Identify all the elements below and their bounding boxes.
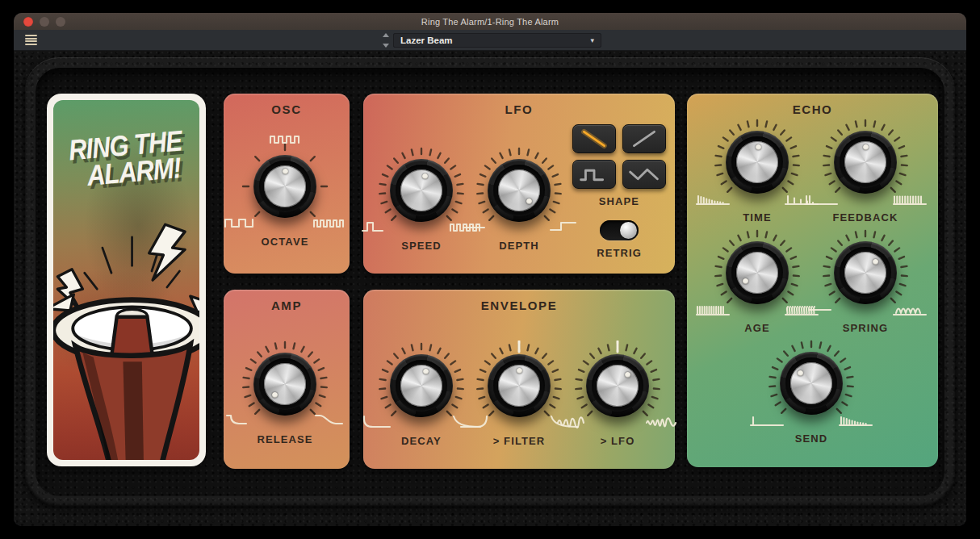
knob-age[interactable]: AGE [697, 228, 818, 336]
preset-stepper [382, 33, 390, 48]
close-button[interactable] [23, 17, 33, 27]
panel-title-osc: OSC [224, 94, 350, 116]
shape-button-triangle[interactable] [622, 160, 666, 189]
comb-icon [695, 300, 731, 316]
knob-cap [498, 169, 540, 211]
pulse-one-icon [359, 218, 395, 234]
knob-label: DEPTH [459, 240, 580, 252]
line-flat-icon [803, 300, 839, 316]
knob-indicator [873, 259, 878, 265]
artwork-card: RING THE ALARM! [47, 94, 206, 466]
knob-label: SPRING [805, 322, 926, 334]
knob-indicator [272, 392, 278, 398]
shape-buttons [570, 124, 668, 189]
wave-up-icon [555, 413, 591, 429]
retrig-toggle[interactable] [600, 220, 639, 240]
knob-label: OCTAVE [224, 236, 346, 248]
shape-button-square[interactable] [572, 160, 616, 189]
panel-amp: AMP RELEASE [224, 290, 350, 469]
panel-title-amp: AMP [224, 290, 350, 312]
knob-indicator [798, 370, 803, 376]
panel-echo: ECHO TIME FEEDBACK AGE SPRING SEND [687, 94, 938, 467]
line-flat-icon [457, 218, 492, 234]
titlebar: Ring The Alarm/1-Ring The Alarm [14, 13, 966, 30]
dec-fast-icon [359, 413, 395, 429]
shape-selector: SHAPE RETRIG [570, 124, 668, 259]
plugin-window: Ring The Alarm/1-Ring The Alarm Lazer Be… [14, 13, 966, 526]
panel-osc: OSC OCTAVE [224, 94, 350, 274]
knob-cap [844, 252, 886, 294]
coil-icon [892, 300, 928, 316]
knob-octave[interactable]: OCTAVE [224, 141, 346, 249]
knob-cap [264, 363, 306, 405]
megaphone-illustration [53, 223, 199, 460]
traffic-lights [23, 17, 65, 27]
knob-cap [790, 362, 832, 404]
sq-med-icon [267, 130, 303, 146]
screen: Ring The Alarm/1-Ring The Alarm Lazer Be… [0, 0, 980, 539]
bar-one-icon [749, 411, 785, 427]
artwork-title: RING THE ALARM! [54, 126, 198, 193]
preset-name: Lazer Beam [400, 36, 590, 45]
atk-up-icon [457, 413, 492, 429]
knob-depth[interactable]: DEPTH [459, 145, 580, 253]
artwork: RING THE ALARM! [53, 100, 199, 460]
toolbar: Lazer Beam ▾ [14, 30, 966, 51]
knob-label: AGE [697, 322, 818, 334]
zoom-button[interactable] [56, 17, 65, 27]
device-face: RING THE ALARM! [14, 51, 966, 526]
knob-indicator [743, 278, 748, 284]
preset-next-button[interactable] [383, 44, 389, 48]
panel-title-lfo: LFO [363, 94, 675, 116]
knob-cap [400, 365, 442, 407]
bars-decay-dense-icon [695, 190, 731, 206]
dropdown-caret-icon: ▾ [590, 36, 594, 44]
shape-button-saw-up[interactable] [622, 124, 666, 153]
panel-title-echo: ECHO [687, 94, 938, 116]
panel-envelope: ENVELOPE DECAY > FILTER > LFO [363, 290, 675, 469]
bars-two-icon [803, 190, 839, 206]
knob-cap [400, 169, 442, 211]
knob-indicator [863, 144, 869, 150]
bars-decay-dense-icon [838, 411, 873, 427]
knob-feedback[interactable]: FEEDBACK [805, 117, 926, 225]
retrig-label: RETRIG [570, 247, 668, 259]
shape-button-saw-down[interactable] [572, 124, 616, 153]
knob-env-lfo[interactable]: > LFO [557, 341, 678, 449]
wave-down-icon [644, 413, 680, 429]
knob-label: > LFO [557, 435, 678, 447]
rel-fast-icon [223, 412, 258, 428]
panel-title-envelope: ENVELOPE [363, 290, 675, 312]
sq-wide-icon [223, 214, 258, 230]
retrig-toggle-ball [620, 222, 637, 239]
knob-label: RELEASE [224, 433, 346, 445]
preset-previous-button[interactable] [383, 33, 389, 37]
preset-select[interactable]: Lazer Beam ▾ [393, 33, 601, 48]
knob-time[interactable]: TIME [697, 117, 818, 225]
knob-send[interactable]: SEND [751, 338, 872, 446]
knob-label: FEEDBACK [805, 211, 926, 224]
knob-label: SEND [751, 432, 872, 445]
menu-icon[interactable] [25, 35, 37, 45]
knob-cap [597, 365, 639, 407]
bars-full-icon [892, 190, 928, 206]
panel-lfo: LFO SPEED DEPTH SHAPE RETRIG [363, 94, 675, 274]
knob-cap [736, 252, 778, 294]
rel-slow-icon [312, 412, 347, 428]
minimize-button[interactable] [40, 17, 49, 27]
knob-label: TIME [697, 211, 818, 224]
knob-indicator [422, 173, 428, 179]
knob-release[interactable]: RELEASE [224, 339, 346, 447]
sq-dense-icon [312, 214, 347, 230]
knob-indicator [517, 368, 522, 374]
knob-indicator [283, 169, 288, 174]
shape-label: SHAPE [570, 195, 668, 207]
window-title: Ring The Alarm/1-Ring The Alarm [421, 17, 559, 27]
knob-spring[interactable]: SPRING [805, 228, 926, 336]
